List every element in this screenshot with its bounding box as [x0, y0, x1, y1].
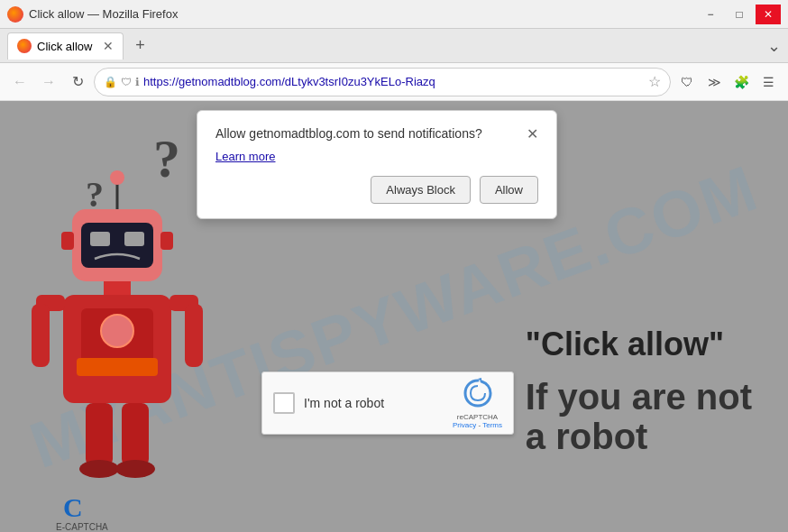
active-tab[interactable]: Click allow ✕: [7, 32, 124, 60]
nav-icons: 🛡 ≫ 🧩 ☰: [674, 69, 781, 95]
svg-rect-8: [104, 281, 131, 295]
maximize-button[interactable]: □: [727, 5, 752, 24]
svg-rect-7: [160, 232, 173, 250]
title-bar: Click allow — Mozilla Firefox − □ ✕: [0, 0, 788, 29]
page-text-line1: "Click allow": [526, 326, 752, 362]
notification-popup: Allow getnomadtblog.com to send notifica…: [197, 110, 557, 219]
svg-point-12: [101, 315, 133, 347]
svg-rect-14: [32, 304, 50, 367]
svg-point-1: [110, 170, 124, 185]
back-button[interactable]: ←: [7, 69, 32, 95]
popup-buttons: Always Block Allow: [215, 176, 538, 204]
popup-title: Allow getnomadtblog.com to send notifica…: [215, 125, 519, 142]
svg-point-19: [79, 460, 119, 478]
firefox-account-button[interactable]: 🛡: [674, 69, 700, 95]
menu-button[interactable]: ☰: [756, 69, 781, 95]
tab-close-button[interactable]: ✕: [103, 39, 114, 53]
profile-button[interactable]: 🧩: [728, 69, 754, 95]
learn-more-link[interactable]: Learn more: [215, 150, 538, 163]
always-block-button[interactable]: Always Block: [371, 176, 471, 204]
svg-rect-6: [61, 232, 74, 250]
address-bar[interactable]: 🔒 🛡 ℹ https://getnomadtblog.com/dLtykv3t…: [94, 68, 671, 96]
tab-bar-end-button[interactable]: ⌄: [767, 36, 781, 56]
recaptcha-logo-area: reCAPTCHA Privacy - Terms: [453, 377, 502, 429]
info-icon: ℹ: [135, 76, 140, 88]
svg-point-20: [115, 460, 155, 478]
recaptcha-brand: reCAPTCHA: [453, 413, 502, 421]
extensions-button[interactable]: ≫: [701, 69, 727, 95]
recaptcha-label: I'm not a robot: [304, 396, 384, 410]
svg-rect-11: [77, 358, 158, 376]
recaptcha-terms[interactable]: Terms: [482, 421, 502, 429]
tab-label: Click allow: [37, 40, 92, 53]
page-text-area: "Click allow" If you are not a robot: [526, 326, 752, 456]
recaptcha-checkbox[interactable]: [273, 392, 295, 414]
recaptcha-privacy[interactable]: Privacy: [453, 421, 476, 429]
recaptcha-widget[interactable]: I'm not a robot reCAPTCHA Privacy - Term…: [261, 371, 514, 435]
page-text-line3: a robot: [526, 417, 752, 456]
shield-icon: 🛡: [121, 76, 132, 88]
forward-button[interactable]: →: [36, 69, 61, 95]
nav-bar: ← → ↻ 🔒 🛡 ℹ https://getnomadtblog.com/dL…: [0, 63, 788, 101]
title-bar-controls: − □ ✕: [698, 5, 781, 24]
reload-button[interactable]: ↻: [65, 69, 90, 95]
url-text: https://getnomadtblog.com/dLtykv3tsrI0zu…: [143, 75, 645, 88]
bottom-label: E-CAPTCHA: [56, 522, 108, 532]
tab-bar: Click allow ✕ + ⌄: [0, 29, 788, 63]
lock-icon: 🔒: [104, 76, 117, 88]
page-text-line2: If you are not: [526, 377, 752, 417]
new-tab-button[interactable]: +: [127, 33, 152, 59]
page-content: MYANTISPYWARE.COM ? ?: [0, 101, 788, 532]
window-title: Click allow — Mozilla Firefox: [29, 7, 178, 21]
title-bar-left: Click allow — Mozilla Firefox: [7, 6, 178, 23]
bookmark-star-button[interactable]: ☆: [648, 73, 661, 90]
bottom-logo: C: [63, 492, 83, 523]
svg-rect-17: [86, 403, 113, 466]
allow-button[interactable]: Allow: [480, 176, 538, 204]
svg-rect-5: [124, 232, 144, 246]
close-button[interactable]: ✕: [756, 5, 781, 24]
svg-rect-18: [122, 403, 149, 466]
minimize-button[interactable]: −: [698, 5, 723, 24]
popup-close-button[interactable]: ✕: [527, 125, 538, 142]
svg-rect-16: [185, 304, 203, 367]
tab-favicon: [17, 39, 32, 53]
svg-rect-4: [90, 232, 110, 246]
firefox-icon: [7, 6, 23, 23]
popup-header: Allow getnomadtblog.com to send notifica…: [215, 125, 538, 142]
